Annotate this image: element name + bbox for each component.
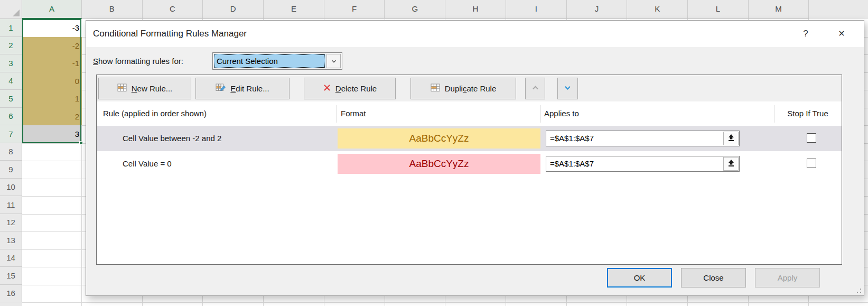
rule-column-header: Rule (applied in order shown) [103,101,207,126]
column-header-L[interactable]: L [688,0,749,19]
rules-toolbar: New Rule... Edit Rule... Delete Rule Dup… [97,75,842,101]
column-header-F[interactable]: F [324,0,385,19]
new-rule-label: New Rule... [132,84,173,93]
row-header-11[interactable]: 11 [0,196,22,214]
row-header-4[interactable]: 4 [0,72,22,90]
delete-rule-label: Delete Rule [335,84,377,93]
cell-A7[interactable]: 3 [22,125,82,143]
apply-button[interactable]: Apply [755,268,820,288]
show-rules-selected-value: Current Selection [214,54,325,68]
applies-to-input[interactable]: =$A$1:$A$7 [546,131,740,146]
applies-to-input[interactable]: =$A$1:$A$7 [546,156,740,172]
stop-if-true-column-header: Stop If True [774,101,841,126]
row-header-16[interactable]: 16 [0,285,22,303]
show-rules-dropdown[interactable]: Current Selection [212,52,342,70]
gridline-horizontal [22,302,868,303]
column-divider [774,105,775,123]
column-divider [540,105,541,123]
row-header-7[interactable]: 7 [0,125,22,143]
duplicate-rule-label: Duplicate Rule [445,84,497,93]
column-header-D[interactable]: D [203,0,264,19]
edit-rule-button[interactable]: Edit Rule... [195,78,290,99]
collapse-dialog-button[interactable] [723,132,739,145]
row-header-5[interactable]: 5 [0,90,22,108]
resize-grip[interactable] [856,288,862,293]
column-header-J[interactable]: J [567,0,628,19]
show-rules-label: Show formatting rules for: [93,52,183,70]
delete-x-icon [323,84,331,94]
new-rule-button[interactable]: New Rule... [98,78,191,99]
row-header-13[interactable]: 13 [0,231,22,249]
collapse-dialog-button[interactable] [723,157,739,171]
rule-description: Cell Value between -2 and 2 [123,126,221,151]
column-header-H[interactable]: H [445,0,506,19]
column-header-E[interactable]: E [264,0,324,19]
row-header-6[interactable]: 6 [0,108,22,126]
applies-to-column-header: Applies to [544,101,579,126]
move-rule-down-button[interactable] [557,78,578,99]
row-header-14[interactable]: 14 [0,249,22,267]
column-header-K[interactable]: K [627,0,688,19]
delete-rule-button[interactable]: Delete Rule [304,78,396,99]
format-preview: AaBbCcYyZz [338,128,540,149]
dialog-title: Conditional Formatting Rules Manager [93,21,247,47]
column-header-I[interactable]: I [506,0,567,19]
chevron-up-icon [531,84,540,93]
cell-A1[interactable]: -3 [22,19,82,37]
cell-A3[interactable]: -1 [22,54,82,72]
stop-if-true-checkbox[interactable] [807,133,816,143]
rule-row[interactable]: Cell Value = 0AaBbCcYyZz=$A$1:$A$7 [97,151,842,177]
select-all-button[interactable] [0,0,22,19]
column-header-G[interactable]: G [385,0,446,19]
rule-description: Cell Value = 0 [123,151,172,177]
chevron-down-icon [563,84,572,93]
ok-button[interactable]: OK [607,268,672,288]
fill-handle[interactable] [79,141,83,145]
rules-panel: New Rule... Edit Rule... Delete Rule Dup… [96,75,842,265]
cell-A2[interactable]: -2 [22,37,82,55]
duplicate-rule-table-icon [431,84,441,94]
cell-A6[interactable]: 2 [22,108,82,126]
column-divider [336,105,337,123]
close-icon[interactable]: ✕ [831,21,852,47]
row-header-1[interactable]: 1 [0,19,22,37]
stop-if-true-checkbox[interactable] [807,159,816,168]
cell-A4[interactable]: 0 [22,72,82,90]
column-header-C[interactable]: C [143,0,203,19]
dialog-titlebar[interactable]: Conditional Formatting Rules Manager ? ✕ [86,21,864,47]
help-icon[interactable]: ? [798,21,814,47]
chevron-down-icon[interactable] [326,54,341,68]
column-header-A[interactable]: A [22,0,82,19]
range-picker-icon [727,157,735,171]
range-picker-icon [727,132,735,146]
edit-rule-pencil-icon [216,84,226,94]
move-rule-up-button[interactable] [525,78,545,99]
column-header-M[interactable]: M [749,0,809,19]
row-header-8[interactable]: 8 [0,143,22,161]
edit-rule-label: Edit Rule... [230,84,269,93]
row-header-9[interactable]: 9 [0,161,22,179]
row-header-10[interactable]: 10 [0,179,22,197]
row-header-3[interactable]: 3 [0,54,22,72]
new-rule-table-icon [117,84,127,94]
column-header-B[interactable]: B [82,0,143,19]
row-header-2[interactable]: 2 [0,37,22,55]
cell-A5[interactable]: 1 [22,90,82,108]
conditional-formatting-rules-manager-dialog: Conditional Formatting Rules Manager ? ✕… [86,20,864,296]
rule-row[interactable]: Cell Value between -2 and 2AaBbCcYyZz=$A… [97,126,842,151]
close-button[interactable]: Close [681,268,746,288]
row-header-12[interactable]: 12 [0,214,22,232]
format-preview: AaBbCcYyZz [338,154,540,174]
row-header-15[interactable]: 15 [0,267,22,285]
format-column-header: Format [341,101,366,126]
duplicate-rule-button[interactable]: Duplicate Rule [410,78,516,99]
